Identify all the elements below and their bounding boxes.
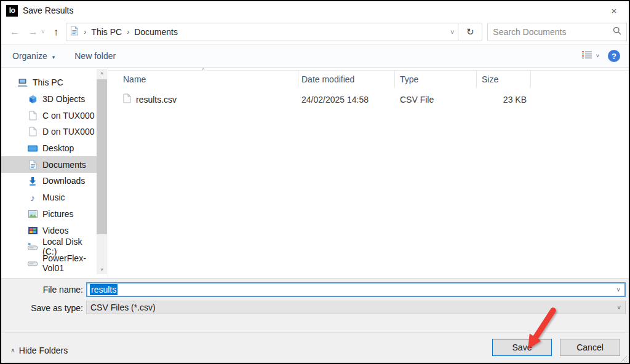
- search-input[interactable]: [493, 27, 613, 37]
- sidebar-item-music[interactable]: ♪Music: [1, 189, 97, 206]
- sidebar-item-label: 3D Objects: [42, 94, 85, 104]
- forward-icon[interactable]: →: [28, 27, 38, 37]
- address-dropdown-icon[interactable]: ˅: [450, 28, 454, 36]
- file-icon: [123, 93, 131, 105]
- organize-button[interactable]: Organize ▾: [12, 51, 55, 61]
- save-as-type-dropdown-icon[interactable]: ˅: [617, 304, 621, 311]
- history-dropdown-icon[interactable]: ˅: [41, 29, 45, 35]
- sidebar-item-3d-objects[interactable]: 3D Objects: [1, 91, 97, 108]
- breadcrumb-this-pc[interactable]: This PC: [91, 27, 122, 37]
- breadcrumb-separator: ›: [84, 28, 86, 36]
- change-view-button[interactable]: ˅: [581, 50, 599, 61]
- cancel-button[interactable]: Cancel: [560, 339, 620, 356]
- file-name-dropdown-icon[interactable]: ˅: [616, 287, 620, 293]
- new-folder-button[interactable]: New folder: [74, 51, 116, 61]
- sidebar: This PC3D ObjectsC on TUX000D on TUX000D…: [1, 68, 97, 278]
- sidebar-item-label: Videos: [42, 226, 69, 235]
- disk-icon: [28, 259, 38, 267]
- save-dialog-window: lo Save Results × ← → ˅ ↑ › This PC › Do…: [0, 0, 630, 364]
- picture-icon: [28, 210, 38, 218]
- sidebar-item-downloads[interactable]: Downloads: [1, 173, 97, 189]
- sidebar-item-label: C on TUX000: [42, 111, 95, 121]
- sidebar-item-powerflex-vol01[interactable]: PowerFlex-Vol01: [1, 255, 97, 272]
- save-as-type-label: Save as type:: [1, 303, 83, 313]
- file-date-modified: 24/02/2025 14:58: [298, 91, 395, 108]
- refresh-button[interactable]: ↻: [458, 23, 482, 41]
- button-strip: ˄ Hide Folders Save Cancel: [1, 332, 629, 363]
- file-row[interactable]: results.csv24/02/2025 14:58CSV File23 KB: [108, 91, 629, 108]
- sidebar-item-d-on-tux000[interactable]: D on TUX000: [1, 124, 97, 140]
- titlebar: lo Save Results ×: [1, 1, 629, 20]
- resize-grip[interactable]: [621, 355, 628, 362]
- sidebar-item-documents[interactable]: Documents: [1, 156, 97, 173]
- file-icon: [28, 111, 38, 121]
- scrollbar-thumb[interactable]: [97, 79, 107, 234]
- sidebar-item-label: Downloads: [42, 176, 85, 186]
- sidebar-item-label: Documents: [42, 160, 86, 170]
- hide-folders-button[interactable]: ˄ Hide Folders: [6, 342, 73, 358]
- sidebar-item-label: Music: [42, 192, 65, 202]
- close-icon[interactable]: ×: [607, 4, 621, 17]
- app-logo-icon: lo: [6, 5, 18, 17]
- dialog-body: This PC3D ObjectsC on TUX000D on TUX000D…: [1, 68, 629, 278]
- save-as-type-select[interactable]: CSV Files (*.csv) ˅: [86, 301, 626, 314]
- scroll-up-icon[interactable]: ˄: [97, 69, 107, 78]
- video-icon: [28, 227, 38, 234]
- back-icon[interactable]: ←: [10, 27, 20, 37]
- column-headers: NameDate modifiedTypeSize: [108, 70, 629, 87]
- refresh-icon: ↻: [466, 26, 474, 38]
- view-dropdown-icon: ˅: [596, 53, 599, 59]
- sidebar-item-videos[interactable]: Videos: [1, 222, 97, 239]
- toolbar-right: ˅ ?: [581, 50, 620, 62]
- column-header-type[interactable]: Type: [395, 71, 477, 87]
- sidebar-scrollbar[interactable]: ˄ ˅: [97, 69, 107, 274]
- file-size: 23 KB: [477, 91, 531, 108]
- column-header-name[interactable]: Name: [108, 71, 298, 87]
- sidebar-item-label: Pictures: [42, 209, 74, 219]
- save-button[interactable]: Save: [492, 339, 552, 356]
- sidebar-item-desktop[interactable]: Desktop: [1, 140, 97, 157]
- computer-icon: [18, 78, 28, 87]
- file-icon: [28, 127, 38, 136]
- sidebar-item-label: Desktop: [42, 143, 74, 153]
- disk-os-icon: [28, 243, 38, 251]
- navigation-bar: ← → ˅ ↑ › This PC › Documents ˅ ↻: [1, 20, 629, 44]
- organize-caret-icon: ▾: [52, 54, 55, 60]
- breadcrumb-separator: ›: [127, 28, 129, 36]
- sidebar-item-this-pc[interactable]: This PC: [1, 74, 97, 91]
- sidebar-item-c-on-tux000[interactable]: C on TUX000: [1, 107, 97, 124]
- sidebar-item-pictures[interactable]: Pictures: [1, 206, 97, 223]
- save-as-type-value: CSV Files (*.csv): [90, 303, 156, 312]
- file-name-value: results: [90, 284, 118, 295]
- search-box[interactable]: [487, 23, 627, 41]
- search-icon: [613, 26, 621, 38]
- window-title: Save Results: [23, 6, 73, 15]
- cube-icon: [28, 95, 38, 104]
- dialog-footer: File name: results ˅ Save as type: CSV F…: [1, 278, 629, 363]
- folder-location-icon: [70, 26, 79, 38]
- music-icon: ♪: [28, 193, 38, 202]
- help-button[interactable]: ?: [608, 50, 620, 62]
- breadcrumb-documents[interactable]: Documents: [134, 27, 178, 37]
- file-name-input[interactable]: results ˅: [86, 282, 626, 297]
- column-header-size[interactable]: Size: [477, 71, 531, 87]
- breadcrumb: › This PC › Documents ˅: [66, 23, 458, 41]
- command-toolbar: Organize ▾ New folder ˅ ?: [1, 44, 629, 68]
- scroll-down-icon[interactable]: ˅: [97, 265, 107, 274]
- details-view-icon: [581, 50, 592, 61]
- file-list: ˄ NameDate modifiedTypeSize results.csv2…: [108, 68, 629, 278]
- file-name: results.csv: [136, 95, 177, 105]
- sidebar-item-label: PowerFlex-Vol01: [42, 253, 97, 273]
- sidebar-item-local-disk-c[interactable]: Local Disk (C:): [1, 239, 97, 255]
- sidebar-item-label: D on TUX000: [42, 127, 95, 136]
- column-header-date-modified[interactable]: Date modified: [298, 71, 395, 87]
- desktop-icon: [28, 144, 38, 152]
- sidebar-item-label: This PC: [33, 77, 63, 87]
- file-name-label: File name:: [1, 285, 83, 295]
- file-type: CSV File: [395, 91, 477, 108]
- document-icon: [28, 160, 38, 170]
- download-icon: [28, 176, 38, 186]
- collapse-icon: ˄: [11, 347, 15, 354]
- up-icon[interactable]: ↑: [54, 27, 59, 38]
